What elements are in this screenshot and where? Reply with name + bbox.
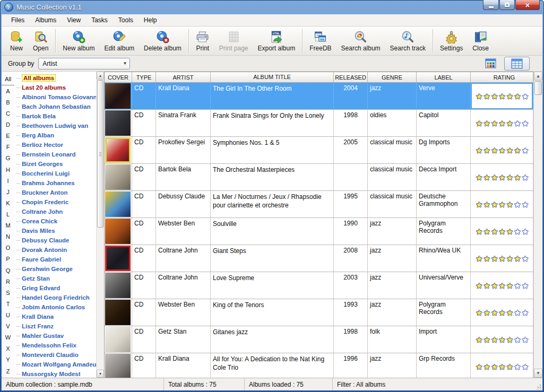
column-header-type[interactable]: TYPE bbox=[132, 72, 156, 82]
letter-s[interactable]: S bbox=[2, 287, 14, 298]
menu-files[interactable]: Files bbox=[6, 14, 30, 26]
sidebar-item-bach-johann-sebastian[interactable]: Bach Johann Sebastian bbox=[16, 102, 96, 111]
column-header-label[interactable]: LABEL bbox=[417, 72, 471, 82]
sidebar-item-bartok-bela[interactable]: Bartok Bela bbox=[16, 111, 96, 121]
sidebar-item-gershwin-george[interactable]: Gershwin George bbox=[16, 264, 96, 274]
letter-i[interactable]: I bbox=[2, 175, 14, 186]
sidebar-item-chopin-frederic[interactable]: Chopin Frederic bbox=[16, 197, 96, 207]
letter-h[interactable]: H bbox=[2, 164, 14, 175]
album-row-love-supreme[interactable]: CDColtrane JohnLove Supreme2003jazzUnive… bbox=[105, 272, 533, 299]
column-header-genre[interactable]: GENRE bbox=[368, 72, 417, 82]
letter-k[interactable]: K bbox=[2, 197, 14, 208]
column-header-cover[interactable]: COVER bbox=[105, 72, 132, 82]
new-button[interactable]: New bbox=[5, 28, 28, 54]
table-scrollbar[interactable]: ▲ ▼ bbox=[533, 72, 542, 378]
album-row-la-mer-nocturnes-jeux-rhapsodie-pour-clarinette-et-orchestre[interactable]: CDDebussy ClaudeLa Mer / Nocturnes / Jeu… bbox=[105, 191, 533, 218]
resize-grip[interactable] bbox=[536, 384, 541, 389]
menu-help[interactable]: Help bbox=[139, 14, 162, 26]
album-row-king-of-the-tenors[interactable]: CDWebster BenKing of the Tenors1993jazzP… bbox=[105, 299, 533, 326]
menu-tasks[interactable]: Tasks bbox=[86, 14, 113, 26]
sidebar-item-corea-chick[interactable]: Corea Chick bbox=[16, 216, 96, 226]
sidebar-item-debussy-claude[interactable]: Debussy Claude bbox=[16, 236, 96, 245]
open-button[interactable]: Open bbox=[28, 28, 53, 54]
thumbnail-view-button[interactable] bbox=[481, 57, 500, 71]
sidebar-item-mendelssohn-felix[interactable]: Mendelssohn Felix bbox=[16, 341, 96, 350]
album-row-gitanes-jazz[interactable]: CDGetz StanGitanes jazz1998folkImport★★★… bbox=[105, 326, 533, 353]
scroll-down-icon[interactable]: ▼ bbox=[534, 369, 542, 378]
sidebar-item-brahms-johannes[interactable]: Brahms Johannes bbox=[16, 178, 96, 188]
close-window-button[interactable]: × bbox=[515, 0, 540, 10]
menu-view[interactable]: View bbox=[62, 14, 86, 26]
sidebar-item-berlioz-hector[interactable]: Berlioz Hector bbox=[16, 140, 96, 150]
letter-e[interactable]: E bbox=[2, 130, 14, 142]
sidebar-item-last-20-albums[interactable]: Last 20 albums bbox=[16, 83, 96, 92]
settings-button[interactable]: Settings bbox=[435, 28, 468, 54]
sidebar-item-mahler-gustav[interactable]: Mahler Gustav bbox=[16, 331, 96, 341]
letter-z[interactable]: Z bbox=[2, 365, 14, 377]
sidebar-item-grieg-edvard[interactable]: Grieg Edvard bbox=[16, 283, 96, 293]
sidebar-item-monteverdi-claudio[interactable]: Monteverdi Claudio bbox=[16, 350, 96, 360]
letter-a[interactable]: A bbox=[2, 85, 14, 97]
print-button[interactable]: Print bbox=[191, 28, 214, 54]
sidebar-item-all-albums[interactable]: All albums bbox=[16, 73, 96, 83]
letter-f[interactable]: F bbox=[2, 142, 14, 153]
letter-d[interactable]: D bbox=[2, 119, 14, 130]
column-header-album-title[interactable]: ALBUM TITLE bbox=[211, 72, 334, 82]
letter-r[interactable]: R bbox=[2, 276, 14, 287]
maximize-button[interactable] bbox=[499, 0, 515, 10]
sidebar-item-getz-stan[interactable]: Getz Stan bbox=[16, 274, 96, 283]
album-row-all-for-you-a-dedication-to-the-nat-king-cole-trio[interactable]: CDKrall DianaAll for You: A Dedication t… bbox=[105, 353, 533, 378]
sidebar-item-bruckner-anton[interactable]: Bruckner Anton bbox=[16, 188, 96, 197]
sidebar-item-bernstein-leonard[interactable]: Bernstein Leonard bbox=[16, 150, 96, 159]
sidebar-item-beethoven-ludwig-van[interactable]: Beethoven Ludwig van bbox=[16, 121, 96, 130]
group-by-dropdown[interactable]: Artist ▼ bbox=[38, 58, 130, 69]
search-album-button[interactable]: Search album bbox=[336, 28, 385, 54]
album-row-symphonies-nos-1-5[interactable]: CDProkofiev SergeiSymphonies Nos. 1 & 52… bbox=[105, 137, 533, 164]
letter-v[interactable]: V bbox=[2, 321, 14, 332]
album-row-giant-steps[interactable]: CDColtrane JohnGiant Steps2008jazzRhino/… bbox=[105, 245, 533, 272]
sidebar-item-dvorak-antonin[interactable]: Dvorak Antonin bbox=[16, 245, 96, 255]
album-row-the-orchestral-masterpieces[interactable]: CDBartok BelaThe Orchestral Masterpieces… bbox=[105, 164, 533, 191]
letter-w[interactable]: W bbox=[2, 332, 14, 343]
scroll-up-icon[interactable]: ▲ bbox=[97, 72, 104, 80]
minimize-button[interactable] bbox=[483, 0, 499, 10]
letter-c[interactable]: C bbox=[2, 108, 14, 119]
letter-t[interactable]: T bbox=[2, 298, 14, 309]
letter-y[interactable]: Y bbox=[2, 354, 14, 365]
sidebar-scrollbar-thumb[interactable] bbox=[97, 80, 103, 228]
export-album-button[interactable]: HTMLExport album bbox=[253, 28, 300, 54]
table-view-button[interactable] bbox=[504, 57, 530, 71]
sidebar-item-boccherini-luigi[interactable]: Boccherini Luigi bbox=[16, 169, 96, 178]
letter-q[interactable]: Q bbox=[2, 265, 14, 276]
column-header-released[interactable]: RELEASED bbox=[334, 72, 368, 82]
sidebar-item-albinoni-tomaso-giovanni[interactable]: Albinoni Tomaso Giovanni bbox=[16, 92, 96, 102]
search-track-button[interactable]: Search track bbox=[385, 28, 430, 54]
letter-g[interactable]: G bbox=[2, 153, 14, 164]
album-row-frank-sinatra-sings-for-only-the-lonely[interactable]: CDSinatra FrankFrank Sinatra Sings for O… bbox=[105, 110, 533, 137]
close-button[interactable]: Close bbox=[468, 28, 494, 54]
letter-j[interactable]: J bbox=[2, 186, 14, 197]
sidebar-item-bizet-georges[interactable]: Bizet Georges bbox=[16, 159, 96, 169]
new-album-button[interactable]: New album bbox=[58, 28, 99, 54]
sidebar-item-liszt-franz[interactable]: Liszt Franz bbox=[16, 321, 96, 331]
sidebar-item-mozart-wolfgang-amadeus[interactable]: Mozart Wolfgang Amadeus bbox=[16, 360, 96, 369]
table-scrollbar-thumb[interactable] bbox=[534, 81, 542, 95]
album-row-the-girl-in-the-other-room[interactable]: CDKrall DianaThe Girl In The Other Room2… bbox=[105, 83, 533, 110]
title-bar[interactable]: ♪ Music Collection v1.1 × bbox=[0, 0, 544, 14]
letter-all[interactable]: All bbox=[2, 73, 14, 85]
edit-album-button[interactable]: Edit album bbox=[99, 28, 139, 54]
delete-album-button[interactable]: Delete album bbox=[139, 28, 186, 54]
sidebar-item-faure-gabriel[interactable]: Faure Gabriel bbox=[16, 255, 96, 264]
freedb-button[interactable]: FreeDB bbox=[305, 28, 336, 54]
letter-x[interactable]: X bbox=[2, 343, 14, 354]
letter-b[interactable]: B bbox=[2, 97, 14, 108]
column-header-artist[interactable]: ARTIST bbox=[156, 72, 211, 82]
sidebar-item-coltrane-john[interactable]: Coltrane John bbox=[16, 207, 96, 216]
sidebar-item-davis-miles[interactable]: Davis Miles bbox=[16, 226, 96, 236]
letter-m[interactable]: M bbox=[2, 220, 14, 231]
letter-l[interactable]: L bbox=[2, 208, 14, 220]
sidebar-item-krall-diana[interactable]: Krall Diana bbox=[16, 312, 96, 321]
scroll-up-icon[interactable]: ▲ bbox=[534, 72, 542, 81]
sidebar-item-mussorgsky-modest[interactable]: Mussorgsky Modest bbox=[16, 369, 96, 378]
album-row-soulville[interactable]: CDWebster BenSoulville1990jazzPolygram R… bbox=[105, 218, 533, 245]
